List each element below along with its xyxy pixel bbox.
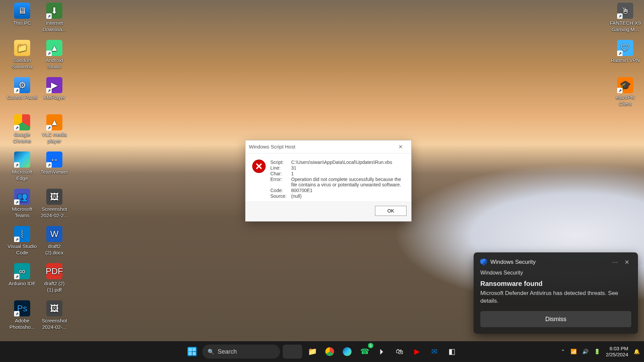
dialog-titlebar[interactable]: Windows Script Host ✕ <box>246 140 411 154</box>
dialog-field-value: Operation did not complete successfully … <box>291 177 405 187</box>
ok-button[interactable]: OK <box>375 206 407 216</box>
windows-logo-icon <box>187 347 197 356</box>
dialog-field-value: 31 <box>291 165 405 171</box>
app-icon: ∞ <box>14 263 30 279</box>
desktop-icon[interactable]: 🖼Screenshot 2024-02-2... <box>38 189 70 219</box>
desktop-icon-label: Microsoft Edge <box>6 169 38 182</box>
desktop-icon[interactable]: PsAdobe Photosho... <box>6 300 38 330</box>
taskbar-store[interactable]: 🛍 <box>392 344 407 359</box>
tray-chevron-icon[interactable]: ⌃ <box>561 349 565 355</box>
desktop-icon-label: Android Studio <box>38 57 70 70</box>
battery-icon[interactable]: 🔋 <box>594 349 600 355</box>
desktop-icon-label: FANTECH X9 Gaming M... <box>609 20 641 33</box>
app-icon: ⦚ <box>14 226 30 242</box>
whatsapp-badge: 5 <box>368 343 373 348</box>
security-toast[interactable]: Windows Security ⋯ ✕ Windows Security Ra… <box>474 252 638 334</box>
app-icon: 📁 <box>14 40 30 56</box>
dismiss-button[interactable]: Dismiss <box>480 311 631 327</box>
dialog-field-label: Script: <box>270 160 290 165</box>
taskbar-whatsapp[interactable]: ☎ 5 <box>357 344 372 359</box>
desktop-icon[interactable]: 🖼Screenshot 2024-02-... <box>38 300 70 330</box>
dialog-title: Windows Script Host <box>249 140 295 153</box>
app-icon: ▶ <box>46 77 62 93</box>
app-icon: Ps <box>14 300 30 316</box>
desktop-icon[interactable]: 📁Sandun Siwantha <box>6 40 38 70</box>
taskbar-chrome[interactable] <box>322 344 337 359</box>
app-icon: 👥 <box>14 189 30 205</box>
taskbar-edge[interactable] <box>340 344 355 359</box>
desktop-icon-label: Adobe Photosho... <box>6 318 38 330</box>
desktop-icon[interactable]: 🎓eduVPN Client <box>609 77 641 107</box>
toast-more-button[interactable]: ⋯ <box>610 259 619 266</box>
taskbar-search[interactable]: 🔍 Search <box>202 345 280 359</box>
desktop-icon[interactable]: 🖱FANTECH X9 Gaming M... <box>609 3 641 33</box>
notifications-icon[interactable]: 🔔 <box>634 349 640 355</box>
desktop-icon[interactable]: ▲Android Studio <box>38 40 70 70</box>
desktop-icon-label: Visual Studio Code <box>6 243 38 256</box>
start-button[interactable] <box>185 344 200 359</box>
taskbar-app[interactable]: ◧ <box>444 344 459 359</box>
clock-time: 6:03 PM <box>606 346 628 352</box>
desktop-icon[interactable]: PDFdraft2 (2) (1).pdf <box>38 263 70 293</box>
app-icon: 🖼 <box>46 300 62 316</box>
desktop-icon[interactable]: Wdraft2 (2).docx <box>38 226 70 256</box>
error-icon <box>252 160 266 173</box>
wifi-icon[interactable]: 📶 <box>571 349 577 355</box>
app-icon <box>14 152 30 168</box>
app-icon: ⬇ <box>46 3 62 19</box>
desktop-icon-label: Internet Downloa... <box>38 20 70 33</box>
desktop-icon-label: draft2 (2).docx <box>38 243 70 256</box>
dialog-details: Script:C:\Users\siwan\AppData\Local\Upda… <box>270 160 405 199</box>
app-icon: W <box>46 226 62 242</box>
desktop-icon[interactable]: ⚙Control Panel <box>6 77 38 101</box>
desktop-icon-label: VLC media player <box>38 132 70 144</box>
volume-icon[interactable]: 🔊 <box>582 349 589 355</box>
desktop-icon[interactable]: ▶KMPlayer <box>38 77 70 101</box>
taskbar-outlook[interactable]: ✉ <box>427 344 442 359</box>
desktop-icon[interactable]: ∞Arduino IDE <box>6 263 38 287</box>
desktop-icon-label: Screenshot 2024-02-2... <box>38 206 70 219</box>
app-icon: 🎓 <box>617 77 633 93</box>
dialog-field-label: Source: <box>270 193 290 199</box>
dialog-field-label: Code: <box>270 188 290 193</box>
app-icon: ⚙ <box>14 77 30 93</box>
dialog-field-label: Line: <box>270 165 290 171</box>
desktop-icon[interactable]: Google Chrome <box>6 114 38 144</box>
dialog-field-label: Char: <box>270 171 290 176</box>
taskbar-clock[interactable]: 6:03 PM 2/25/2024 <box>606 346 628 358</box>
taskbar-media-player[interactable]: ⏵ <box>375 344 389 359</box>
script-host-dialog: Windows Script Host ✕ Script:C:\Users\si… <box>245 140 412 222</box>
clock-date: 2/25/2024 <box>606 352 628 358</box>
app-icon: 🖱 <box>617 3 633 19</box>
dialog-close-button[interactable]: ✕ <box>393 142 408 152</box>
dialog-field-label: Error: <box>270 177 290 187</box>
app-icon: ▲ <box>46 40 62 56</box>
desktop-icon-label: Screenshot 2024-02-... <box>38 318 70 330</box>
desktop-icon[interactable]: ⬇Internet Downloa... <box>38 3 70 33</box>
desktop-icon[interactable]: ▲VLC media player <box>38 114 70 144</box>
toast-title: Ransomware found <box>480 280 631 288</box>
desktop-icon-label: Control Panel <box>6 95 38 101</box>
desktop-icon[interactable]: ↔TeamViewer <box>38 152 70 175</box>
app-icon: ↔ <box>46 152 62 168</box>
dialog-field-value: (null) <box>291 193 405 199</box>
desktop-icon[interactable]: 🛡Radmin VPN <box>609 40 641 64</box>
desktop-icon[interactable]: 🖥This PC <box>6 3 38 26</box>
taskbar-youtube[interactable]: ▶ <box>410 344 424 359</box>
desktop-icon-label: Sandun Siwantha <box>6 57 38 70</box>
taskbar-explorer[interactable]: 📁 <box>305 344 320 359</box>
app-icon <box>14 114 30 130</box>
shield-icon <box>480 258 487 266</box>
app-icon: 🖥 <box>14 3 30 19</box>
desktop-icon[interactable]: Microsoft Edge <box>6 152 38 182</box>
desktop-icon[interactable]: ⦚Visual Studio Code <box>6 226 38 256</box>
desktop-icon-label: This PC <box>6 20 38 26</box>
search-highlight[interactable] <box>283 345 302 359</box>
search-placeholder: Search <box>218 348 237 355</box>
toast-message: Microsoft Defender Antivirus has detecte… <box>480 290 631 305</box>
desktop-icon-label: draft2 (2) (1).pdf <box>38 281 70 293</box>
desktop-icon[interactable]: 👥Microsoft Teams <box>6 189 38 219</box>
app-icon: PDF <box>46 263 62 279</box>
toast-close-button[interactable]: ✕ <box>623 259 631 266</box>
search-icon: 🔍 <box>208 349 214 355</box>
